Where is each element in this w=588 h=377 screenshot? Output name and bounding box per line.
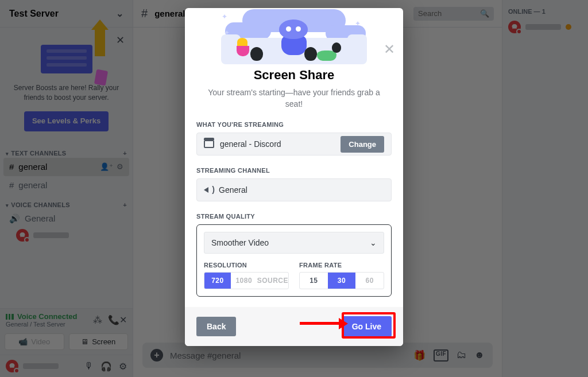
stream-quality-box: Smoother Video ⌄ RESOLUTION 720 1080 SOU… bbox=[196, 224, 392, 297]
fr-15[interactable]: 15 bbox=[300, 273, 328, 289]
res-720[interactable]: 720 bbox=[204, 273, 231, 289]
chevron-down-icon: ⌄ bbox=[370, 238, 377, 247]
what-streaming-label: WHAT YOU'RE STREAMING bbox=[196, 121, 392, 128]
streaming-channel-label: STREAMING CHANNEL bbox=[196, 167, 392, 174]
back-button[interactable]: Back bbox=[196, 317, 236, 336]
stream-quality-label: STREAM QUALITY bbox=[196, 213, 392, 220]
framerate-segmented[interactable]: 15 30 60 bbox=[299, 272, 384, 289]
what-streaming-value: general - Discord bbox=[220, 139, 281, 149]
modal-subtitle: Your stream's starting—have your friends… bbox=[201, 87, 387, 110]
annotation-arrow bbox=[300, 322, 340, 325]
framerate-label: FRAME RATE bbox=[299, 262, 384, 269]
what-streaming-row: general - Discord Change bbox=[196, 133, 392, 156]
speaker-icon bbox=[204, 185, 213, 195]
fr-60[interactable]: 60 bbox=[355, 273, 384, 289]
streaming-channel-row[interactable]: General bbox=[196, 178, 392, 201]
modal-hero: ✦✦✦ bbox=[185, 8, 403, 64]
resolution-label: RESOLUTION bbox=[204, 262, 289, 269]
quality-preset-value: Smoother Video bbox=[211, 238, 269, 247]
change-button[interactable]: Change bbox=[341, 136, 384, 153]
go-live-button[interactable]: Go Live bbox=[342, 316, 392, 337]
modal-footer: Back Go Live bbox=[185, 307, 403, 346]
fr-30[interactable]: 30 bbox=[328, 273, 356, 289]
res-1080[interactable]: 1080 bbox=[231, 273, 257, 289]
streaming-channel-value: General bbox=[219, 185, 247, 195]
modal-title: Screen Share bbox=[185, 68, 403, 83]
screen-share-modal: ✕ ✦✦✦ Screen Share Your stream's startin… bbox=[185, 8, 403, 346]
app-root: Test Server ⌄ ✕ Server Boosts are here! … bbox=[0, 0, 588, 377]
quality-preset-dropdown[interactable]: Smoother Video ⌄ bbox=[204, 232, 384, 254]
resolution-segmented[interactable]: 720 1080 SOURCE bbox=[204, 272, 289, 289]
res-source[interactable]: SOURCE bbox=[257, 273, 288, 289]
app-window-icon bbox=[204, 140, 214, 148]
